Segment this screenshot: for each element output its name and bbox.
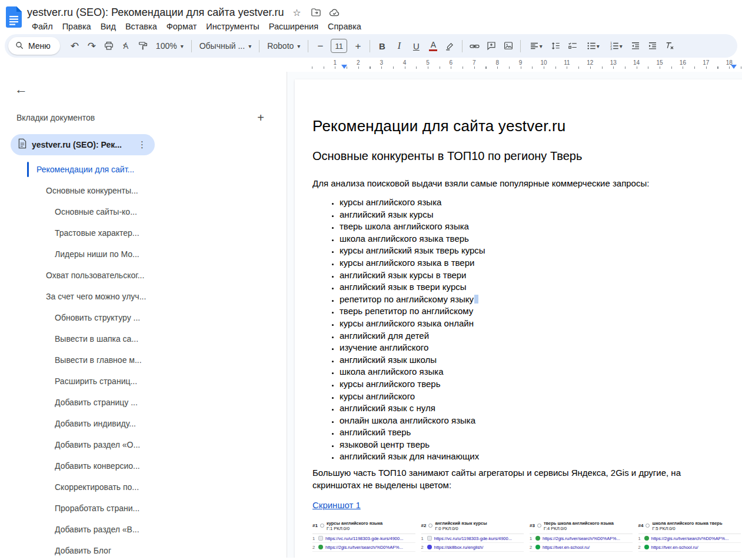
text-color-button[interactable]: A xyxy=(425,38,441,54)
result-url[interactable]: https://tver.en-school.ru/ xyxy=(651,545,741,550)
screenshot-link[interactable]: Скриншот 1 xyxy=(312,500,361,510)
outline-item[interactable]: За счет чего можно улуч... xyxy=(0,286,287,307)
paint-format-button[interactable] xyxy=(135,38,151,54)
increase-indent-button[interactable] xyxy=(644,38,661,54)
back-button[interactable]: ← xyxy=(9,78,33,101)
menubar-item[interactable]: Инструменты xyxy=(201,21,264,32)
ruler-mark: 2 xyxy=(357,59,360,66)
menubar-item[interactable]: Справка xyxy=(323,21,366,32)
outline-item-label: Добавить индивиду... xyxy=(55,419,136,428)
result-url[interactable]: https://2gis.ru/tver/search/%D0%AF%... xyxy=(543,536,633,541)
outline-item[interactable]: Охват пользовательског... xyxy=(0,265,287,286)
align-button[interactable]: ▾ xyxy=(524,38,547,54)
redo-button[interactable]: ↷ xyxy=(84,38,100,54)
increase-font-size-button[interactable]: + xyxy=(350,38,366,54)
outline-item[interactable]: Добавить раздел «О... xyxy=(0,434,287,455)
outline-item[interactable]: Рекомендации для сайт... xyxy=(0,159,287,180)
font-family-select[interactable]: Roboto ▾ xyxy=(263,38,304,54)
result-url[interactable]: https://skillbox.ru/english/ xyxy=(434,545,524,550)
document-page[interactable]: Рекомендации для сайта yestver.ru Основн… xyxy=(295,79,742,558)
move-folder-icon[interactable] xyxy=(310,6,322,18)
menubar-item[interactable]: Вставка xyxy=(121,21,162,32)
outline-item[interactable]: Лидеры ниши по Мо... xyxy=(0,244,287,265)
bullet-item: тверь репетитор по английскому xyxy=(340,305,742,318)
decrease-font-size-button[interactable]: − xyxy=(312,38,328,54)
outline-item[interactable]: Добавить Блог xyxy=(0,540,287,558)
outline-item-label: За счет чего можно улуч... xyxy=(46,292,146,301)
font-size-input[interactable]: 11 xyxy=(331,39,347,53)
document-status-cloud-icon[interactable] xyxy=(329,6,341,18)
outline-item[interactable]: Проработать страни... xyxy=(0,498,287,519)
add-comment-button[interactable] xyxy=(483,38,500,54)
bullet-text: репетитор по английскому языку xyxy=(340,294,474,304)
outline-item[interactable]: Добавить раздел «В... xyxy=(0,519,287,540)
indent-marker-right[interactable] xyxy=(731,65,737,69)
bulleted-list-button[interactable]: ▾ xyxy=(581,38,604,54)
result-url[interactable]: https://vc.ru/u/1198303-gde-kurs/4900... xyxy=(434,536,524,541)
ruler[interactable]: 123456789101112131415161718 xyxy=(0,58,742,72)
google-docs-icon[interactable] xyxy=(6,6,22,28)
chevron-down-icon: ▾ xyxy=(597,43,600,49)
bullet-item: курсы английского языка в твери xyxy=(340,257,742,269)
italic-button[interactable]: I xyxy=(391,38,407,54)
menubar-item[interactable]: Формат xyxy=(162,21,202,32)
clear-formatting-button[interactable] xyxy=(661,38,678,54)
menubar-item[interactable]: Расширения xyxy=(264,21,323,32)
result-row: 2https://tver.en-school.ru/ xyxy=(530,543,633,552)
star-icon[interactable]: ☆ xyxy=(291,6,303,18)
site-favicon xyxy=(535,536,540,541)
menubar: ФайлПравкаВидВставкаФорматИнструментыРас… xyxy=(27,21,366,32)
result-url[interactable]: https://vc.ru/u/1198303-gde-kurs/4900... xyxy=(325,536,415,541)
outline-item[interactable]: Добавить конверсио... xyxy=(0,455,287,476)
outline-item[interactable]: Расширить страниц... xyxy=(0,371,287,392)
outline-item[interactable]: Вывести в главное м... xyxy=(0,349,287,371)
document-canvas[interactable]: Рекомендации для сайта yestver.ru Основн… xyxy=(287,72,742,558)
ruler-mark: 7 xyxy=(473,59,476,66)
numbered-list-button[interactable]: 1 2 3 ▾ xyxy=(604,38,627,54)
outline-item[interactable]: Добавить индивиду... xyxy=(0,413,287,434)
paragraph-style-select[interactable]: Обычный ... ▾ xyxy=(195,38,255,54)
outline-item[interactable]: Трастовые характер... xyxy=(0,222,287,244)
outline-item[interactable]: Вывести в шапка са... xyxy=(0,328,287,349)
bullet-text: курсы английского языка в твери xyxy=(340,258,474,268)
underline-button[interactable]: U xyxy=(408,38,424,54)
indent-marker-left[interactable] xyxy=(341,65,347,69)
doc-section-heading: Основные конкуренты в ТОП10 по региону Т… xyxy=(312,149,742,163)
spellcheck-button[interactable]: A ✓ xyxy=(118,38,134,54)
outline-item[interactable]: Основные конкуренты... xyxy=(0,180,287,201)
screenshot-column: #3тверь школа английского языкаГ:4 РКЛ:0… xyxy=(530,521,633,552)
menubar-item[interactable]: Правка xyxy=(58,21,96,32)
outline-item[interactable]: Добавить страницу ... xyxy=(0,392,287,413)
document-title[interactable]: yestver.ru (SEO): Рекомендации для сайта… xyxy=(27,6,284,19)
menubar-item[interactable]: Файл xyxy=(27,21,58,32)
outline-item[interactable]: Скорректировать по... xyxy=(0,476,287,498)
result-url[interactable]: https://tver.en-school.ru/ xyxy=(543,545,633,550)
zoom-select[interactable]: 100% ▾ xyxy=(152,38,188,54)
print-button[interactable] xyxy=(101,38,117,54)
add-tab-button[interactable]: + xyxy=(252,109,269,126)
query-block: курсы английского языкаГ:1 РКЛ:0/0 xyxy=(327,521,415,531)
line-spacing-button[interactable] xyxy=(547,38,564,54)
tabs-header-title: Вкладки документов xyxy=(16,113,95,122)
bold-button[interactable]: B xyxy=(374,38,390,54)
insert-link-button[interactable] xyxy=(466,38,483,54)
site-favicon xyxy=(535,545,540,549)
undo-button[interactable]: ↶ xyxy=(66,38,83,54)
insert-image-button[interactable] xyxy=(500,38,517,54)
outline-item-label: Добавить раздел «В... xyxy=(55,525,139,534)
search-menu-button[interactable]: Меню xyxy=(8,37,60,55)
decrease-indent-button[interactable] xyxy=(627,38,644,54)
menubar-item[interactable]: Вид xyxy=(96,21,121,32)
result-row: 1https://2gis.ru/tver/search/%D0%AF%... xyxy=(530,534,633,543)
bullet-item: английский язык курсы в твери xyxy=(340,269,742,282)
highlight-color-button[interactable] xyxy=(442,38,458,54)
outline-item[interactable]: Обновить структуру ... xyxy=(0,307,287,328)
outline-item-label: Основные сайты-ко... xyxy=(55,207,137,216)
checklist-button[interactable] xyxy=(564,38,581,54)
doc-tab[interactable]: yestver.ru (SEO): Рек... ⋮ xyxy=(11,134,155,155)
result-url[interactable]: https://2gis.ru/tver/search/%D0%AF%... xyxy=(651,536,741,541)
copy-icon xyxy=(537,524,541,528)
result-url[interactable]: https://2gis.ru/tver/search/%D0%AF%... xyxy=(325,545,415,550)
more-options-icon[interactable]: ⋮ xyxy=(135,139,149,150)
outline-item[interactable]: Основные сайты-ко... xyxy=(0,201,287,222)
